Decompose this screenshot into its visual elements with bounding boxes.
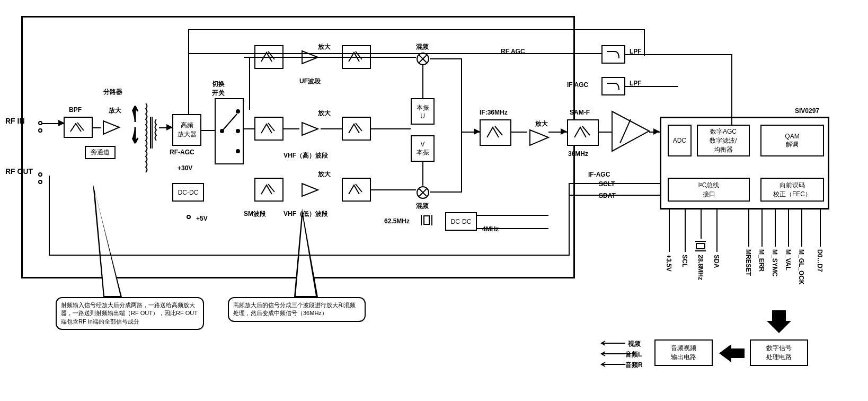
- vhfh-amp-label: 放大: [318, 109, 331, 118]
- av-output-block: 音频视频 输出电路: [654, 339, 713, 366]
- wire: [820, 210, 821, 247]
- dagc-block: 数字AGC 数字滤波/ 均衡器: [697, 125, 750, 156]
- rf-agc-wire: [188, 53, 601, 54]
- wire: [569, 183, 661, 184]
- pin-mval: M_VAL: [784, 249, 792, 271]
- if-agc-line-label: IF AGC: [567, 81, 588, 89]
- arrowhead: [653, 128, 660, 135]
- rf-out-terminal2: [38, 180, 42, 184]
- callout-2: 高频放大后的信号分成三个波段进行放大和混频处理，然后变成中频信号（36MHz）: [228, 297, 366, 322]
- callout-1: 射频输入信号经放大后分成两路，一路送给高频放大器，一路送到射频输出端（RF OU…: [56, 297, 204, 330]
- lo-v-block: V 本振: [411, 135, 435, 162]
- f625-label: 62.5MHz: [384, 217, 410, 225]
- wire: [371, 128, 411, 129]
- arrowhead: [474, 128, 480, 135]
- left-arrow-icon: [718, 343, 747, 363]
- svg-point-3: [236, 109, 240, 114]
- wire: [249, 57, 250, 110]
- bypass-block: 旁通道: [85, 146, 116, 159]
- crystal1-icon: [419, 215, 435, 225]
- rf-out-terminal: [38, 172, 42, 177]
- plus30v-label: +30V: [178, 164, 192, 172]
- wire: [801, 210, 802, 247]
- wire: [569, 183, 570, 255]
- plus5v-terminal: [187, 215, 191, 219]
- if36-block: [480, 119, 511, 146]
- wire: [685, 210, 686, 252]
- pin-merr: M_ERR: [758, 249, 765, 272]
- wire: [422, 65, 423, 98]
- vhfh-amp-icon: [299, 121, 321, 137]
- wire: [188, 29, 644, 30]
- sm-band-label: SM波段: [244, 210, 266, 219]
- vga-icon: [609, 109, 652, 154]
- pin-mglock: M_GL_OCK: [798, 249, 805, 285]
- wire: [284, 128, 299, 129]
- wire: [93, 127, 101, 128]
- if-amp-icon: [527, 128, 551, 147]
- adc-block: ADC: [668, 125, 692, 156]
- rf-agc-amp: 高频 放大器: [172, 114, 201, 146]
- wire: [625, 54, 731, 55]
- mixer-bottom-icon: [416, 186, 430, 199]
- vhfl-amp-label: 放大: [318, 170, 331, 179]
- dcdc1-block: DC-DC: [172, 183, 204, 202]
- fec-block: 向前误码 校正（FEC）: [760, 178, 824, 202]
- pin-mreset: MRESET: [745, 249, 752, 276]
- wire: [371, 189, 416, 190]
- pin-sda: SDA: [713, 255, 720, 268]
- lo-u-block: 本振 U: [411, 98, 435, 125]
- down-arrow-icon: [766, 308, 792, 334]
- vhfl-filter2: [342, 178, 371, 202]
- svg-rect-15: [424, 216, 429, 224]
- video-label: 视频: [628, 339, 641, 348]
- rf-in-terminal2: [38, 128, 42, 133]
- wire: [701, 210, 702, 239]
- splitter-icon: [127, 98, 164, 188]
- audio-l-label: 音频L: [625, 350, 642, 359]
- wire: [49, 176, 50, 255]
- if-amp-label: 放大: [535, 119, 548, 128]
- wire: [321, 128, 342, 129]
- switch-block: [215, 98, 244, 164]
- svg-rect-18: [696, 243, 705, 249]
- wire: [775, 210, 776, 247]
- vhfh-band-label: VHF（高）波段: [284, 151, 328, 160]
- wire: [511, 132, 527, 133]
- wire-ifagc: [625, 86, 678, 87]
- svg-point-5: [236, 149, 240, 153]
- bpf-block: [64, 117, 93, 138]
- lpf2-block: [601, 77, 625, 95]
- pin-xtal: 28.8MHz: [697, 255, 704, 280]
- amp1-label: 放大: [109, 106, 121, 115]
- wire: [669, 210, 670, 252]
- vhfh-filter1: [254, 117, 284, 141]
- vhfl-amp-icon: [299, 182, 321, 198]
- callout2-pointer: [286, 208, 329, 299]
- arrowhead: [58, 120, 65, 126]
- wire: [761, 210, 763, 247]
- wire: [371, 57, 416, 58]
- pin-35v: +3.5V: [665, 255, 672, 272]
- wire: [477, 215, 548, 216]
- wire: [716, 210, 718, 252]
- wire-bus1: [49, 255, 570, 256]
- chip-label: SIV0297: [795, 107, 819, 115]
- qam-block: QAM 解调: [760, 125, 824, 156]
- av-arrows: [599, 338, 625, 370]
- uf-band-label: UF波段: [299, 77, 321, 86]
- amp1-icon: [101, 118, 122, 137]
- wire: [430, 58, 462, 59]
- wire: [422, 162, 423, 186]
- vhfl-filter1: [254, 178, 284, 202]
- f4-label: 4MHz: [482, 225, 499, 233]
- dsp-block: 数字信号 处理电路: [750, 339, 808, 366]
- wire: [599, 132, 612, 133]
- samf-label: SAM-F: [570, 109, 590, 116]
- arrowhead: [561, 128, 567, 135]
- wire: [644, 29, 645, 56]
- wire: [430, 191, 462, 193]
- wire: [569, 195, 661, 196]
- plus5v-label: +5V: [196, 215, 208, 222]
- vhfh-filter2: [342, 117, 371, 141]
